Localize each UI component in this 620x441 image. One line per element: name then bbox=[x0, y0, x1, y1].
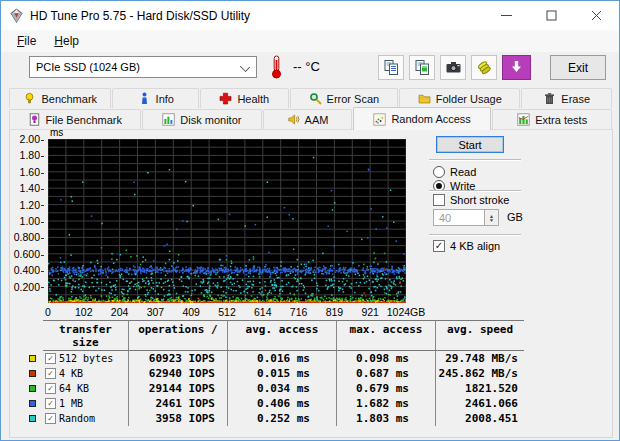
x-tick-label: 409 bbox=[182, 306, 200, 318]
operations-cell: 60923 IOPS bbox=[128, 351, 227, 366]
separator bbox=[429, 159, 521, 161]
tab-file-benchmark[interactable]: File Benchmark bbox=[9, 109, 141, 129]
transfer-size-cell: ✓1 MB bbox=[43, 396, 128, 411]
tab-benchmark[interactable]: Benchmark bbox=[9, 88, 111, 108]
max-access-cell: 0.687 ms bbox=[336, 366, 435, 381]
series-checkbox[interactable]: ✓ bbox=[45, 398, 56, 409]
max-access-cell: 1.803 ms bbox=[336, 411, 435, 426]
toolbar: PCIe SSD (1024 GB) -- °C Exit bbox=[1, 52, 619, 87]
stroke-size-input[interactable]: 40 bbox=[433, 209, 485, 226]
start-button[interactable]: Start bbox=[436, 136, 504, 153]
radio-icon bbox=[433, 166, 445, 178]
operations-cell: 3958 IOPS bbox=[128, 411, 227, 426]
avg-speed-cell: 29.748 MB/s bbox=[435, 351, 524, 366]
latency-scatter-plot bbox=[48, 139, 406, 303]
tab-disk-monitor[interactable]: Disk monitor bbox=[142, 109, 263, 129]
tab-label: Disk monitor bbox=[180, 114, 241, 126]
menu-file[interactable]: File bbox=[8, 32, 45, 50]
transfer-size-label: Random bbox=[59, 413, 95, 424]
y-tick-label: 0.600 bbox=[10, 248, 44, 260]
short-stroke-label: Short stroke bbox=[450, 194, 509, 206]
x-tick-label: 921 bbox=[361, 306, 379, 318]
operations-cell: 2461 IOPS bbox=[128, 396, 227, 411]
page-bulb-icon bbox=[28, 113, 41, 126]
y-tick-label: 0.800 bbox=[10, 231, 44, 243]
tab-random-access[interactable]: Random Access bbox=[353, 107, 492, 130]
screenshot-button[interactable] bbox=[440, 55, 466, 80]
operations-cell: 29144 IOPS bbox=[128, 381, 227, 396]
tab-extra-tests[interactable]: Extra tests bbox=[492, 109, 612, 129]
align-checkbox[interactable]: ✓ 4 KB align bbox=[433, 240, 500, 252]
avg-speed-cell: 245.862 MB/s bbox=[435, 366, 524, 381]
max-access-cell: 1.682 ms bbox=[336, 396, 435, 411]
series-checkbox[interactable]: ✓ bbox=[45, 413, 56, 424]
read-radio[interactable]: Read bbox=[433, 166, 476, 178]
series-color-swatch bbox=[29, 366, 43, 381]
download-button[interactable] bbox=[502, 55, 531, 80]
avg-access-cell: 0.406 ms bbox=[227, 396, 336, 411]
color-swatch-icon bbox=[29, 400, 36, 407]
series-checkbox[interactable]: ✓ bbox=[45, 353, 56, 364]
header-spacer bbox=[29, 320, 43, 351]
tab-row-2: File BenchmarkDisk monitorAAMRandom Acce… bbox=[9, 109, 613, 130]
lightbulb-icon bbox=[23, 92, 36, 105]
series-checkbox[interactable]: ✓ bbox=[45, 383, 56, 394]
copy-to-clipboard-button[interactable] bbox=[378, 55, 404, 80]
x-tick-label: 1024GB bbox=[387, 306, 426, 318]
folder-icon bbox=[418, 92, 431, 105]
magnifier-icon bbox=[309, 92, 322, 105]
color-swatch-icon bbox=[29, 415, 36, 422]
tab-folder-usage[interactable]: Folder Usage bbox=[399, 88, 520, 108]
drive-select[interactable]: PCIe SSD (1024 GB) bbox=[29, 56, 257, 78]
tab-error-scan[interactable]: Error Scan bbox=[290, 88, 398, 108]
avg-access-cell: 0.015 ms bbox=[227, 366, 336, 381]
x-tick-label: 716 bbox=[290, 306, 308, 318]
minimize-button[interactable] bbox=[484, 1, 529, 30]
health-cross-icon bbox=[219, 92, 232, 105]
max-access-cell: 0.679 ms bbox=[336, 381, 435, 396]
close-button[interactable] bbox=[574, 1, 619, 30]
y-tick-label: 1.80 bbox=[10, 149, 44, 161]
transfer-size-label: 1 MB bbox=[59, 398, 83, 409]
column-header: avg. access bbox=[227, 320, 336, 351]
column-header: avg. speed bbox=[435, 320, 524, 351]
tab-info[interactable]: Info bbox=[112, 88, 199, 108]
tab-row-1: BenchmarkInfoHealthError ScanFolder Usag… bbox=[9, 88, 613, 109]
series-color-swatch bbox=[29, 411, 43, 426]
tab-aam[interactable]: AAM bbox=[263, 109, 352, 129]
column-header: operations / bbox=[128, 320, 227, 351]
exit-label: Exit bbox=[568, 61, 588, 75]
start-label: Start bbox=[458, 139, 481, 151]
maximize-button[interactable] bbox=[529, 1, 574, 30]
series-color-swatch bbox=[29, 396, 43, 411]
title-bar: HD Tune Pro 5.75 - Hard Disk/SSD Utility bbox=[1, 1, 619, 30]
save-results-button[interactable] bbox=[471, 55, 497, 80]
stroke-size-stepper[interactable]: ▲▼ bbox=[485, 209, 499, 226]
transfer-size-cell: ✓512 bytes bbox=[43, 351, 128, 366]
camera-icon bbox=[445, 59, 462, 76]
stroke-unit-label: GB bbox=[507, 211, 523, 223]
menu-help[interactable]: Help bbox=[45, 32, 88, 50]
series-color-swatch bbox=[29, 351, 43, 366]
bar-chart-icon bbox=[162, 113, 175, 126]
series-checkbox[interactable]: ✓ bbox=[45, 368, 56, 379]
column-header: max. access bbox=[336, 320, 435, 351]
y-tick-label: 0.200 bbox=[10, 281, 44, 293]
copy-image-button[interactable] bbox=[409, 55, 435, 80]
thermometer-icon bbox=[269, 55, 284, 83]
download-arrow-icon bbox=[508, 59, 525, 76]
exit-button[interactable]: Exit bbox=[550, 55, 606, 80]
max-access-cell: 0.098 ms bbox=[336, 351, 435, 366]
short-stroke-checkbox[interactable]: Short stroke bbox=[433, 194, 509, 206]
stroke-size-value: 40 bbox=[439, 212, 451, 224]
scatter-icon bbox=[373, 113, 386, 126]
transfer-size-cell: ✓64 KB bbox=[43, 381, 128, 396]
tab-health[interactable]: Health bbox=[200, 88, 289, 108]
table-row: ✓64 KB29144 IOPS0.034 ms0.679 ms1821.520 bbox=[29, 381, 524, 396]
avg-access-cell: 0.016 ms bbox=[227, 351, 336, 366]
tab-label: Health bbox=[237, 93, 269, 105]
info-icon bbox=[138, 92, 151, 105]
tab-erase[interactable]: Erase bbox=[521, 88, 612, 108]
color-swatch-icon bbox=[29, 370, 36, 377]
tab-label: Random Access bbox=[391, 113, 470, 125]
